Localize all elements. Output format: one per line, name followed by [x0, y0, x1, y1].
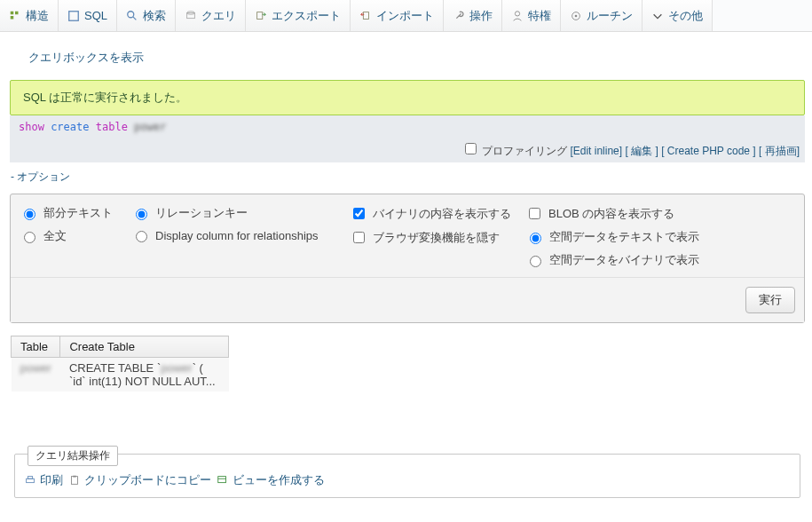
tab-label: 操作 — [469, 8, 493, 24]
opt-hide-browser-conv[interactable]: ブラウザ変換機能を隠す — [350, 229, 511, 246]
more-icon — [651, 10, 664, 22]
query-results-legend: クエリ結果操作 — [28, 446, 118, 466]
wrench-icon — [453, 10, 465, 22]
tab-label: SQL — [84, 9, 107, 22]
top-tabs: 構造 SQL 検索 クエリ エクスポート インポート 操作 — [0, 0, 812, 32]
sql-kw-table: table — [96, 121, 128, 133]
import-icon — [359, 10, 372, 22]
svg-rect-13 — [27, 478, 35, 482]
profiling-text: プロファイリング — [482, 145, 567, 157]
tab-label: クエリ — [201, 8, 236, 24]
opt-full-text[interactable]: 全文 — [20, 228, 117, 244]
table-row: power CREATE TABLE `power` ( `id` int(11… — [12, 358, 229, 392]
opt-binary-check[interactable] — [353, 208, 365, 219]
sql-toolbar: プロファイリング [Edit inline] [ 編集 ] [ Create P… — [10, 137, 805, 162]
opt-relkey-radio[interactable] — [136, 209, 147, 220]
tab-label: 構造 — [26, 8, 49, 24]
sql-target: power — [134, 121, 166, 133]
sql-icon — [67, 10, 80, 22]
tab-label: その他 — [668, 8, 703, 24]
routine-icon — [570, 10, 582, 22]
svg-rect-14 — [28, 477, 32, 479]
profiling-checkbox-label[interactable]: プロファイリング — [461, 145, 571, 157]
svg-rect-3 — [69, 11, 79, 20]
svg-point-4 — [128, 11, 134, 17]
opt-show-blob[interactable]: BLOB の内容を表示する — [525, 205, 699, 222]
sql-echo: show create table power — [10, 115, 805, 137]
svg-point-12 — [575, 14, 578, 17]
cell-table-name: power — [20, 361, 51, 375]
profiling-checkbox[interactable] — [465, 143, 477, 154]
svg-rect-0 — [11, 11, 14, 14]
tab-label: 検索 — [143, 8, 166, 24]
svg-line-5 — [133, 16, 137, 20]
cell-ddl-line1: CREATE TABLE `power` ( — [69, 361, 220, 375]
svg-point-10 — [515, 11, 519, 15]
tab-query[interactable]: クエリ — [176, 0, 246, 31]
options-toggle[interactable]: - オプション — [7, 162, 74, 192]
result-grid: Table Create Table power CREATE TABLE `p… — [11, 336, 229, 392]
user-icon — [511, 10, 524, 22]
svg-rect-9 — [363, 12, 368, 19]
opt-hideconv-check[interactable] — [353, 232, 365, 243]
show-query-box-link[interactable]: クエリボックスを表示 — [28, 51, 144, 64]
opt-dispcol-radio[interactable] — [136, 231, 147, 242]
tab-label: 特権 — [528, 8, 551, 24]
structure-icon — [9, 10, 21, 22]
tab-import[interactable]: インポート — [351, 0, 444, 31]
opt-geom-binary[interactable]: 空間データをバイナリで表示 — [525, 252, 699, 268]
export-icon — [255, 10, 267, 22]
refresh-link[interactable]: 再描画 — [765, 145, 797, 157]
opt-show-binary[interactable]: バイナリの内容を表示する — [350, 205, 511, 222]
tab-export[interactable]: エクスポート — [246, 0, 351, 31]
search-icon — [126, 10, 138, 22]
opt-relation-key[interactable]: リレーションキー — [131, 205, 335, 221]
tab-operations[interactable]: 操作 — [444, 0, 502, 31]
col-create-table[interactable]: Create Table — [60, 336, 229, 358]
edit-inline-link[interactable]: Edit inline — [573, 145, 619, 157]
tab-label: エクスポート — [272, 8, 341, 24]
opt-geombin-radio[interactable] — [530, 256, 541, 267]
tab-sql[interactable]: SQL — [59, 0, 117, 31]
tab-search[interactable]: 検索 — [117, 0, 176, 31]
svg-rect-1 — [15, 11, 19, 14]
create-php-link[interactable]: Create PHP code — [667, 145, 750, 157]
opt-display-column[interactable]: Display column for relationships — [131, 228, 335, 242]
execute-button[interactable]: 実行 — [745, 287, 795, 313]
opt-geomtext-radio[interactable] — [530, 233, 541, 244]
print-icon — [24, 474, 36, 486]
options-panel: 部分テキスト 全文 リレーションキー Display column for re… — [10, 194, 805, 323]
svg-rect-17 — [218, 477, 226, 483]
opt-full-radio[interactable] — [24, 232, 35, 243]
cell-ddl-line2: `id` int(11) NOT NULL AUT... — [69, 375, 220, 388]
tab-label: ルーチン — [587, 8, 633, 24]
create-view-link[interactable]: ビューを作成する — [217, 472, 325, 488]
opt-partial-radio[interactable] — [24, 209, 35, 220]
tab-structure[interactable]: 構造 — [0, 0, 59, 31]
query-results-ops: クエリ結果操作 印刷 クリップボードにコピー ビューを作成する — [14, 454, 800, 498]
query-icon — [185, 10, 197, 22]
tab-privileges[interactable]: 特権 — [502, 0, 561, 31]
svg-rect-15 — [72, 477, 78, 485]
tab-label: インポート — [376, 8, 434, 24]
clipboard-icon — [68, 474, 81, 486]
opt-partial-text[interactable]: 部分テキスト — [20, 205, 117, 221]
sql-kw-create: create — [51, 121, 89, 133]
success-text: SQL は正常に実行されました。 — [23, 91, 187, 104]
sql-kw-show: show — [19, 121, 44, 133]
view-icon — [217, 474, 229, 486]
svg-rect-16 — [73, 476, 76, 478]
svg-rect-8 — [257, 12, 263, 19]
tab-more[interactable]: その他 — [643, 0, 713, 31]
edit-link[interactable]: 編集 — [631, 145, 652, 157]
col-table[interactable]: Table — [12, 336, 60, 358]
opt-blob-check[interactable] — [529, 208, 540, 219]
print-link[interactable]: 印刷 — [24, 472, 63, 488]
opt-geom-text[interactable]: 空間データをテキストで表示 — [525, 229, 699, 245]
tab-routines[interactable]: ルーチン — [561, 0, 643, 31]
copy-clipboard-link[interactable]: クリップボードにコピー — [68, 472, 211, 488]
svg-rect-7 — [187, 12, 195, 18]
svg-rect-2 — [11, 16, 14, 20]
success-banner: SQL は正常に実行されました。 — [10, 80, 805, 115]
